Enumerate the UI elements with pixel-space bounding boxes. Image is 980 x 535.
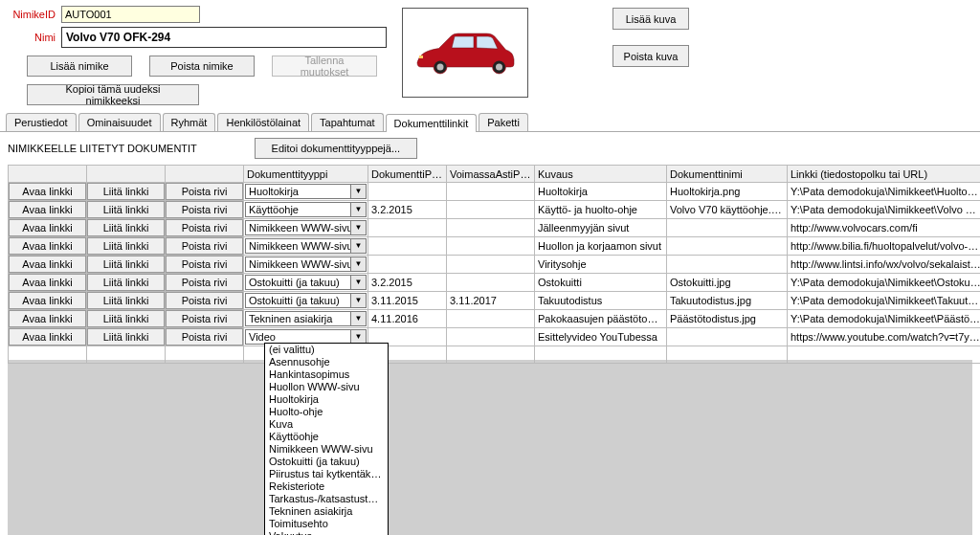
chevron-down-icon[interactable]: ▼ — [350, 203, 366, 216]
doc-type-select[interactable]: Nimikkeen WWW-sivu▼ — [245, 220, 367, 235]
doc-description[interactable]: Jälleenmyyjän sivut — [535, 219, 667, 237]
delete-link-button[interactable]: Poista rivi — [166, 328, 243, 346]
chevron-down-icon[interactable]: ▼ — [350, 239, 366, 253]
doc-type-select[interactable]: Nimikkeen WWW-sivu▼ — [245, 256, 367, 272]
doc-description[interactable]: Esittelyvideo YouTubessa — [535, 328, 667, 346]
attach-link-button[interactable]: Liitä linkki — [87, 237, 165, 255]
doc-filename[interactable]: Volvo V70 käyttöohje.pdf — [667, 201, 788, 219]
doc-link[interactable]: https://www.youtube.com/watch?v=t7yg5XJW… — [788, 328, 981, 346]
doc-date[interactable] — [368, 183, 447, 201]
valid-until-date[interactable] — [447, 183, 535, 201]
doc-date[interactable]: 4.11.2016 — [368, 310, 447, 328]
doc-link[interactable]: http://www.volvocars.com/fi — [788, 219, 981, 237]
dropdown-option[interactable]: Piirustus tai kytkentäkaavio — [265, 468, 388, 480]
doc-type-select[interactable]: Ostokuitti (ja takuu)▼ — [245, 275, 367, 290]
chevron-down-icon[interactable]: ▼ — [350, 330, 366, 344]
doc-description[interactable]: Käyttö- ja huolto-ohje — [535, 201, 667, 219]
tab-ominaisuudet[interactable]: Ominaisuudet — [78, 113, 161, 131]
tab-tapahtumat[interactable]: Tapahtumat — [311, 113, 383, 131]
doc-description[interactable]: Huoltokirja — [535, 183, 667, 201]
attach-link-button[interactable]: Liitä linkki — [87, 183, 165, 200]
doc-link[interactable]: http://www.bilia.fi/huoltopalvelut/volvo… — [788, 237, 981, 256]
valid-until-date[interactable] — [447, 201, 535, 219]
delete-link-button[interactable]: Poista rivi — [166, 274, 243, 291]
type-dropdown-popup[interactable]: (ei valittu)AsennusohjeHankintasopimusHu… — [264, 343, 389, 535]
dropdown-option[interactable]: (ei valittu) — [265, 344, 388, 356]
attach-link-button[interactable]: Liitä linkki — [87, 328, 165, 346]
delete-link-button[interactable]: Poista rivi — [166, 292, 243, 309]
name-input[interactable] — [61, 27, 387, 48]
doc-date[interactable]: 3.2.2015 — [368, 201, 447, 219]
add-image-button[interactable]: Lisää kuva — [612, 8, 689, 30]
valid-until-date[interactable]: 3.11.2017 — [447, 292, 535, 310]
doc-link[interactable]: Y:\Pata demodokuja\Nimikkeet\Takuutodist… — [788, 292, 981, 310]
copy-as-new-button[interactable]: Kopioi tämä uudeksi nimikkeeksi — [27, 84, 199, 105]
dropdown-option[interactable]: Tekninen asiakirja — [265, 505, 388, 518]
doc-type-select[interactable]: Huoltokirja▼ — [245, 184, 367, 199]
dropdown-option[interactable]: Kuva — [265, 418, 388, 431]
delete-link-button[interactable]: Poista rivi — [166, 237, 243, 255]
chevron-down-icon[interactable]: ▼ — [350, 257, 366, 271]
doc-filename[interactable]: Päästötodistus.jpg — [667, 310, 788, 328]
doc-description[interactable]: Huollon ja korjaamon sivut — [535, 237, 667, 256]
delete-link-button[interactable]: Poista rivi — [166, 256, 243, 273]
dropdown-option[interactable]: Ostokuitti (ja takuu) — [265, 456, 388, 468]
doc-link[interactable]: Y:\Pata demodokuja\Nimikkeet\Päästötodis… — [788, 310, 981, 328]
open-link-button[interactable]: Avaa linkki — [9, 183, 86, 200]
chevron-down-icon[interactable]: ▼ — [350, 185, 366, 198]
chevron-down-icon[interactable]: ▼ — [350, 276, 366, 289]
doc-link[interactable]: http://www.lintsi.info/wx/volvo/sekalais… — [788, 256, 981, 274]
valid-until-date[interactable] — [447, 219, 535, 237]
open-link-button[interactable]: Avaa linkki — [9, 328, 86, 346]
dropdown-option[interactable]: Huolto-ohje — [265, 406, 388, 418]
tab-perustiedot[interactable]: Perustiedot — [6, 113, 77, 131]
doc-link[interactable]: Y:\Pata demodokuja\Nimikkeet\Volvo V70 k… — [788, 201, 981, 219]
doc-description[interactable]: Ostokuitti — [535, 274, 667, 292]
attach-link-button[interactable]: Liitä linkki — [87, 256, 165, 273]
doc-filename[interactable] — [667, 256, 788, 274]
attach-link-button[interactable]: Liitä linkki — [87, 274, 165, 291]
valid-until-date[interactable] — [447, 237, 535, 256]
doc-link[interactable]: Y:\Pata demodokuja\Nimikkeet\Huoltokirja… — [788, 183, 981, 201]
dropdown-option[interactable]: Toimitusehto — [265, 518, 388, 530]
add-item-button[interactable]: Lisää nimike — [27, 56, 132, 77]
doc-type-select[interactable]: Käyttöohje▼ — [245, 202, 367, 217]
open-link-button[interactable]: Avaa linkki — [9, 219, 86, 236]
dropdown-option[interactable]: Asennusohje — [265, 356, 388, 368]
attach-link-button[interactable]: Liitä linkki — [87, 219, 165, 236]
dropdown-option[interactable]: Käyttöohje — [265, 431, 388, 443]
doc-type-select[interactable]: Nimikkeen WWW-sivu▼ — [245, 238, 367, 254]
attach-link-button[interactable]: Liitä linkki — [87, 310, 165, 327]
doc-type-select[interactable]: Tekninen asiakirja▼ — [245, 311, 367, 326]
delete-link-button[interactable]: Poista rivi — [166, 183, 243, 200]
doc-date[interactable] — [368, 256, 447, 274]
doc-filename[interactable] — [667, 328, 788, 346]
attach-link-button[interactable]: Liitä linkki — [87, 201, 165, 218]
open-link-button[interactable]: Avaa linkki — [9, 237, 86, 255]
delete-link-button[interactable]: Poista rivi — [166, 219, 243, 236]
edit-doc-types-button[interactable]: Editoi dokumenttityyppejä... — [255, 138, 417, 159]
dropdown-option[interactable]: Hankintasopimus — [265, 368, 388, 381]
valid-until-date[interactable] — [447, 256, 535, 274]
open-link-button[interactable]: Avaa linkki — [9, 292, 86, 309]
attach-link-button[interactable]: Liitä linkki — [87, 292, 165, 309]
dropdown-option[interactable]: Tarkastus-/katsastustodistus — [265, 493, 388, 505]
valid-until-date[interactable] — [447, 328, 535, 346]
doc-filename[interactable]: Takuutodistus.jpg — [667, 292, 788, 310]
open-link-button[interactable]: Avaa linkki — [9, 310, 86, 327]
doc-date[interactable]: 3.2.2015 — [368, 274, 447, 292]
doc-description[interactable]: Viritysohje — [535, 256, 667, 274]
open-link-button[interactable]: Avaa linkki — [9, 201, 86, 218]
doc-type-select[interactable]: Ostokuitti (ja takuu)▼ — [245, 293, 367, 308]
dropdown-option[interactable]: Rekisteriote — [265, 480, 388, 493]
chevron-down-icon[interactable]: ▼ — [350, 312, 366, 325]
doc-date[interactable] — [368, 237, 447, 256]
valid-until-date[interactable] — [447, 274, 535, 292]
dropdown-option[interactable]: Huoltokirja — [265, 393, 388, 406]
doc-filename[interactable] — [667, 237, 788, 256]
open-link-button[interactable]: Avaa linkki — [9, 274, 86, 291]
doc-filename[interactable]: Huoltokirja.png — [667, 183, 788, 201]
remove-image-button[interactable]: Poista kuva — [612, 45, 689, 67]
dropdown-option[interactable]: Huollon WWW-sivu — [265, 381, 388, 393]
doc-filename[interactable] — [667, 219, 788, 237]
